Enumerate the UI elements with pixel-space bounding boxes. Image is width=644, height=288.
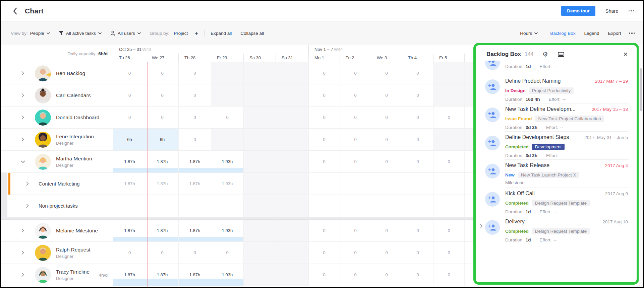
capacity-cell[interactable]: 0	[113, 242, 146, 264]
capacity-cell[interactable]	[113, 195, 146, 217]
capacity-cell[interactable]	[276, 242, 308, 264]
row-label-area[interactable]: Ben Backlog	[1, 62, 113, 84]
capacity-cell[interactable]: 1.87h	[113, 264, 146, 286]
toolbar-more-icon[interactable]	[629, 32, 635, 34]
capacity-cell[interactable]: 1.87h	[146, 220, 178, 241]
backlog-task-item[interactable]: Duration:1dEffort:--	[478, 61, 637, 75]
capacity-cell[interactable]: 6h	[113, 129, 146, 150]
task-chevron-area[interactable]	[478, 216, 485, 244]
assignee-placeholder-avatar[interactable]	[485, 61, 500, 70]
capacity-cell[interactable]: 0	[178, 106, 211, 128]
backlog-task-item[interactable]: New Task Define Developm...2017 May 15 –…	[478, 103, 637, 132]
capacity-cell[interactable]: 0	[146, 84, 178, 106]
capacity-cell[interactable]	[340, 173, 371, 195]
capacity-cell[interactable]: 1.87h	[178, 220, 211, 241]
capacity-cell[interactable]: 0	[402, 129, 433, 150]
close-panel-icon[interactable]: ✕	[623, 51, 628, 58]
backlog-box-toggle[interactable]: Backlog Box	[550, 31, 575, 36]
group-by-control[interactable]: Group by: Project	[150, 31, 188, 36]
capacity-cell[interactable]	[433, 84, 464, 106]
capacity-cell[interactable]: 0	[146, 62, 178, 84]
assignee-placeholder-avatar[interactable]	[485, 107, 500, 122]
task-title[interactable]: Define Development Steps	[505, 134, 581, 140]
capacity-cell[interactable]	[211, 62, 243, 84]
capacity-cell[interactable]: 0	[433, 151, 464, 172]
capacity-cell[interactable]	[276, 129, 308, 150]
capacity-cell[interactable]: 0	[308, 62, 340, 84]
row-expand-chevron[interactable]	[19, 273, 26, 277]
assignee-placeholder-avatar[interactable]	[485, 192, 500, 207]
export-button[interactable]: Export	[608, 31, 621, 36]
scrollbar-thumb[interactable]	[640, 68, 642, 111]
capacity-cell[interactable]: 0	[433, 264, 464, 286]
capacity-cell[interactable]: 0	[371, 151, 402, 172]
capacity-cell[interactable]: 1.87h	[146, 264, 178, 286]
units-dropdown[interactable]: Hours	[520, 31, 538, 36]
capacity-cell[interactable]: 0	[371, 129, 402, 150]
row-expand-chevron[interactable]	[19, 160, 26, 163]
capacity-cell[interactable]: 0	[402, 264, 433, 286]
capacity-cell[interactable]: 0	[308, 151, 340, 172]
capacity-cell[interactable]: 0	[340, 129, 371, 150]
capacity-cell[interactable]: 0	[308, 129, 340, 150]
row-expand-chevron[interactable]	[19, 250, 26, 255]
capacity-cell[interactable]	[243, 84, 276, 106]
capacity-cell[interactable]: 1.93h	[211, 151, 243, 172]
row-expand-chevron[interactable]	[19, 228, 26, 233]
capacity-cell[interactable]: 0	[433, 242, 464, 264]
project-tag-chip[interactable]: Design Request Template	[532, 200, 590, 206]
task-title[interactable]: Define Product Naming	[505, 78, 592, 84]
backlog-task-item[interactable]: Define Development Steps2017, May 31 – J…	[478, 132, 637, 160]
expand-all-button[interactable]: Expand all	[211, 31, 232, 36]
backlog-task-item[interactable]: Kick Off Call2017 Aug 9CompletedDesign R…	[478, 188, 637, 216]
project-tag-chip[interactable]: Development	[532, 144, 565, 150]
row-expand-chevron[interactable]	[24, 182, 31, 186]
row-label-area[interactable]: Donald Dashboard	[1, 106, 113, 128]
settings-gear-icon[interactable]: ⚙	[542, 51, 548, 58]
task-status[interactable]: Completed	[505, 229, 529, 234]
capacity-cell[interactable]	[243, 242, 276, 264]
capacity-cell[interactable]	[211, 195, 243, 217]
capacity-cell[interactable]: 0	[178, 84, 211, 106]
capacity-cell[interactable]	[276, 264, 308, 286]
capacity-cell[interactable]: 0	[178, 62, 211, 84]
project-tag-chip[interactable]: New Task Project Collaboration	[535, 116, 604, 122]
capacity-cell[interactable]	[340, 195, 371, 217]
project-tag-chip[interactable]: Design Request Template	[532, 228, 590, 234]
capacity-cell[interactable]	[146, 195, 178, 217]
task-status[interactable]: In Design	[505, 88, 526, 93]
capacity-cell[interactable]: 0	[371, 242, 402, 264]
task-title[interactable]: New Task Define Developm...	[505, 106, 588, 112]
capacity-cell[interactable]: 0	[433, 106, 464, 128]
demo-tour-button[interactable]: Demo tour	[561, 6, 595, 16]
row-label-area[interactable]: Tracy TimelineDesigner4h/d	[1, 264, 113, 286]
capacity-cell[interactable]: 0	[433, 220, 464, 241]
share-button[interactable]: Share	[605, 8, 619, 14]
row-label-area[interactable]: Non-project tasks	[1, 195, 113, 217]
capacity-cell[interactable]: 1.93h	[211, 173, 243, 195]
capacity-cell[interactable]: 0	[308, 220, 340, 241]
capacity-cell[interactable]	[308, 195, 340, 217]
row-expand-chevron[interactable]	[24, 204, 31, 208]
capacity-cell[interactable]: 0	[340, 151, 371, 172]
card-view-icon[interactable]	[558, 52, 564, 57]
project-tag-chip[interactable]: Project Productivity	[529, 87, 574, 94]
capacity-cell[interactable]: 0	[113, 62, 146, 84]
capacity-cell[interactable]	[211, 84, 243, 106]
task-title[interactable]: Delivery	[505, 219, 599, 225]
capacity-cell[interactable]	[276, 173, 308, 195]
collapse-all-button[interactable]: Collapse all	[240, 31, 264, 36]
backlog-task-item[interactable]: Define Product Naming2017 Mar 7 – 29In D…	[478, 75, 637, 103]
capacity-cell[interactable]	[243, 220, 276, 241]
task-title[interactable]: New Task Release	[505, 162, 602, 168]
capacity-cell[interactable]	[308, 173, 340, 195]
backlog-task-item[interactable]: Delivery2017 Aug 10CompletedDesign Reque…	[478, 216, 637, 244]
capacity-cell[interactable]: 1.87h	[113, 173, 146, 195]
capacity-cell[interactable]: 1.87h	[146, 173, 178, 195]
row-expand-chevron[interactable]	[19, 137, 26, 142]
capacity-cell[interactable]	[243, 195, 276, 217]
row-expand-chevron[interactable]	[19, 71, 26, 75]
capacity-cell[interactable]: 0	[178, 129, 211, 150]
project-tag-chip[interactable]: New Task Launch Project X	[518, 172, 579, 178]
capacity-cell[interactable]: 0	[402, 220, 433, 241]
